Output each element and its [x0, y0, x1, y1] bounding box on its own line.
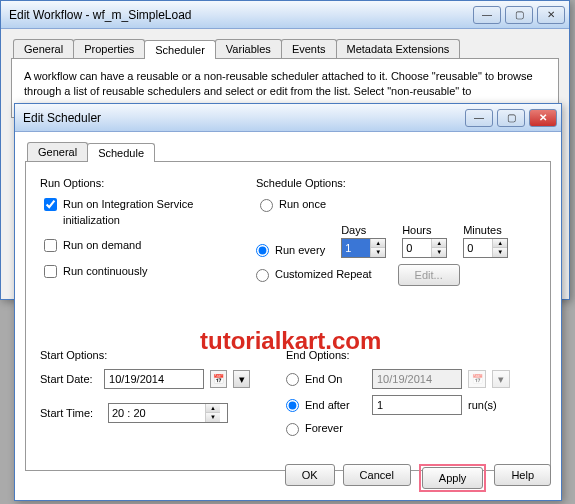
- minimize-button[interactable]: —: [465, 109, 493, 127]
- tab-variables[interactable]: Variables: [215, 39, 282, 58]
- tab-scheduler[interactable]: Scheduler: [144, 40, 216, 59]
- runs-suffix: run(s): [468, 398, 497, 413]
- close-button[interactable]: ✕: [537, 6, 565, 24]
- run-once-radio[interactable]: Run once: [260, 197, 536, 212]
- end-after-runs-input[interactable]: [372, 395, 462, 415]
- edit-scheduler-window: Edit Scheduler — ▢ ✕ General Schedule Ru…: [14, 103, 562, 501]
- chevron-down-icon[interactable]: ▾: [233, 370, 250, 388]
- dialog-buttons: OK Cancel Apply Help: [285, 464, 551, 492]
- checkbox-label: Run continuously: [63, 264, 147, 279]
- radio-input[interactable]: [256, 269, 269, 282]
- scheduler-tabs: General Schedule: [17, 138, 559, 161]
- apply-button[interactable]: Apply: [422, 467, 484, 489]
- hours-label: Hours: [402, 223, 447, 238]
- customized-repeat-radio[interactable]: Customized Repeat: [256, 267, 372, 282]
- run-options-label: Run Options:: [40, 176, 240, 191]
- spin-down-icon[interactable]: ▼: [371, 248, 385, 257]
- checkbox-input[interactable]: [44, 265, 57, 278]
- spin-down-icon[interactable]: ▼: [432, 248, 446, 257]
- close-button[interactable]: ✕: [529, 109, 557, 127]
- radio-input[interactable]: [260, 199, 273, 212]
- start-time-spinner[interactable]: ▲▼: [108, 403, 228, 423]
- window-title: Edit Scheduler: [23, 111, 465, 125]
- days-spinner[interactable]: ▲▼: [341, 238, 386, 258]
- end-on-radio[interactable]: End On: [286, 372, 366, 387]
- spin-up-icon[interactable]: ▲: [371, 239, 385, 248]
- minutes-spinner[interactable]: ▲▼: [463, 238, 508, 258]
- days-input[interactable]: [342, 239, 370, 257]
- tab-general[interactable]: General: [27, 142, 88, 161]
- calendar-icon: 📅: [468, 370, 486, 388]
- radio-label: Customized Repeat: [275, 267, 372, 282]
- hours-spinner[interactable]: ▲▼: [402, 238, 447, 258]
- days-label: Days: [341, 223, 386, 238]
- tab-properties[interactable]: Properties: [73, 39, 145, 58]
- titlebar: Edit Workflow - wf_m_SimpleLoad — ▢ ✕: [1, 1, 569, 29]
- tab-events[interactable]: Events: [281, 39, 337, 58]
- hours-input[interactable]: [403, 239, 431, 257]
- edit-repeat-button[interactable]: Edit...: [398, 264, 460, 286]
- workflow-tabs: General Properties Scheduler Variables E…: [3, 35, 567, 58]
- checkbox-label: Run on Integration Service initializatio…: [63, 197, 240, 228]
- checkbox-input[interactable]: [44, 198, 57, 211]
- start-time-label: Start Time:: [40, 406, 102, 421]
- radio-label: Run once: [279, 197, 326, 212]
- chevron-down-icon: ▾: [492, 370, 510, 388]
- schedule-panel: Run Options: Run on Integration Service …: [25, 161, 551, 471]
- radio-label: End On: [305, 372, 342, 387]
- radio-input[interactable]: [286, 373, 299, 386]
- end-on-date-input: [372, 369, 462, 389]
- minutes-label: Minutes: [463, 223, 508, 238]
- radio-label: End after: [305, 398, 350, 413]
- maximize-button[interactable]: ▢: [505, 6, 533, 24]
- spin-up-icon[interactable]: ▲: [432, 239, 446, 248]
- run-continuously-checkbox[interactable]: Run continuously: [44, 264, 240, 279]
- titlebar: Edit Scheduler — ▢ ✕: [15, 104, 561, 132]
- checkbox-input[interactable]: [44, 239, 57, 252]
- tab-metadata-extensions[interactable]: Metadata Extensions: [336, 39, 461, 58]
- radio-input[interactable]: [256, 244, 269, 257]
- radio-input[interactable]: [286, 399, 299, 412]
- ok-button[interactable]: OK: [285, 464, 335, 486]
- minutes-input[interactable]: [464, 239, 492, 257]
- run-every-radio[interactable]: Run every: [256, 243, 325, 258]
- schedule-options-label: Schedule Options:: [256, 176, 536, 191]
- tab-general[interactable]: General: [13, 39, 74, 58]
- help-button[interactable]: Help: [494, 464, 551, 486]
- tab-schedule[interactable]: Schedule: [87, 143, 155, 162]
- cancel-button[interactable]: Cancel: [343, 464, 411, 486]
- spin-up-icon[interactable]: ▲: [493, 239, 507, 248]
- end-after-radio[interactable]: End after: [286, 398, 366, 413]
- run-integration-service-checkbox[interactable]: Run on Integration Service initializatio…: [44, 197, 240, 228]
- start-date-label: Start Date:: [40, 372, 98, 387]
- spin-down-icon[interactable]: ▼: [206, 413, 220, 422]
- calendar-icon[interactable]: 📅: [210, 370, 227, 388]
- spin-down-icon[interactable]: ▼: [493, 248, 507, 257]
- forever-radio[interactable]: Forever: [286, 421, 343, 436]
- start-time-input[interactable]: [109, 404, 205, 422]
- minimize-button[interactable]: —: [473, 6, 501, 24]
- radio-input[interactable]: [286, 423, 299, 436]
- maximize-button[interactable]: ▢: [497, 109, 525, 127]
- radio-label: Run every: [275, 243, 325, 258]
- spin-up-icon[interactable]: ▲: [206, 404, 220, 413]
- window-title: Edit Workflow - wf_m_SimpleLoad: [9, 8, 473, 22]
- watermark: tutorialkart.com: [200, 327, 381, 355]
- radio-label: Forever: [305, 421, 343, 436]
- checkbox-label: Run on demand: [63, 238, 141, 253]
- run-on-demand-checkbox[interactable]: Run on demand: [44, 238, 240, 253]
- start-date-input[interactable]: [104, 369, 204, 389]
